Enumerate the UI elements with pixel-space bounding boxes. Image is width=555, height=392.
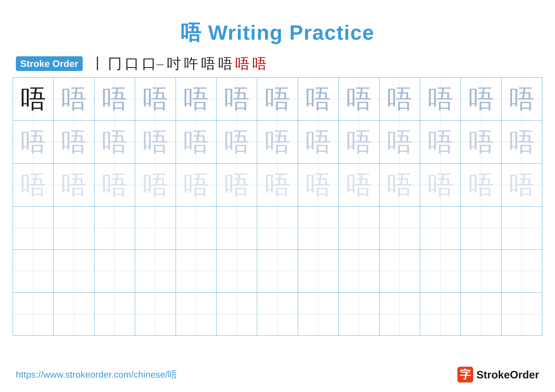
char-light: 唔 xyxy=(102,129,127,155)
grid-cell-6-9[interactable] xyxy=(339,293,380,335)
grid-cell-1-7[interactable]: 唔 xyxy=(257,78,298,120)
char-light: 唔 xyxy=(143,129,168,155)
grid-cell-3-12[interactable]: 唔 xyxy=(461,164,502,206)
char-light: 唔 xyxy=(468,86,494,112)
grid-cell-6-1[interactable] xyxy=(13,293,54,335)
char-light: 唔 xyxy=(428,129,453,155)
grid-cell-4-12[interactable] xyxy=(461,207,502,249)
grid-cell-4-3[interactable] xyxy=(95,207,135,249)
grid-cell-6-5[interactable] xyxy=(176,293,217,335)
grid-cell-1-11[interactable]: 唔 xyxy=(420,78,461,120)
char-light: 唔 xyxy=(183,86,209,112)
grid-cell-5-13[interactable] xyxy=(502,250,542,292)
grid-cell-4-7[interactable] xyxy=(257,207,298,249)
grid-cell-5-5[interactable] xyxy=(176,250,217,292)
stroke-order-badge: Stroke Order xyxy=(16,56,83,71)
grid-cell-6-13[interactable] xyxy=(502,293,542,335)
grid-cell-2-9[interactable]: 唔 xyxy=(339,121,380,163)
grid-cell-6-8[interactable] xyxy=(298,293,339,335)
char-light: 唔 xyxy=(509,129,534,155)
grid-cell-3-4[interactable]: 唔 xyxy=(135,164,176,206)
grid-cell-3-10[interactable]: 唔 xyxy=(380,164,420,206)
grid-cell-5-8[interactable] xyxy=(298,250,339,292)
grid-cell-2-6[interactable]: 唔 xyxy=(217,121,257,163)
grid-cell-6-4[interactable] xyxy=(135,293,176,335)
grid-cell-1-9[interactable]: 唔 xyxy=(339,78,380,120)
grid-cell-5-4[interactable] xyxy=(135,250,176,292)
char-light: 唔 xyxy=(306,86,331,112)
grid-cell-5-12[interactable] xyxy=(461,250,502,292)
grid-cell-2-1[interactable]: 唔 xyxy=(13,121,54,163)
footer: https://www.strokeorder.com/chinese/唔 字 … xyxy=(16,367,539,383)
char-dark: 唔 xyxy=(21,86,46,112)
grid-cell-2-11[interactable]: 唔 xyxy=(420,121,461,163)
grid-cell-2-3[interactable]: 唔 xyxy=(95,121,135,163)
grid-cell-3-11[interactable]: 唔 xyxy=(420,164,461,206)
grid-cell-1-12[interactable]: 唔 xyxy=(461,78,502,120)
grid-cell-3-1[interactable]: 唔 xyxy=(13,164,54,206)
char-light: 唔 xyxy=(346,172,372,198)
grid-cell-2-2[interactable]: 唔 xyxy=(54,121,94,163)
grid-cell-5-1[interactable] xyxy=(13,250,54,292)
grid-cell-6-12[interactable] xyxy=(461,293,502,335)
grid-cell-5-11[interactable] xyxy=(420,250,461,292)
grid-cell-3-8[interactable]: 唔 xyxy=(298,164,339,206)
grid-cell-4-4[interactable] xyxy=(135,207,176,249)
grid-cell-1-10[interactable]: 唔 xyxy=(380,78,420,120)
grid-cell-2-7[interactable]: 唔 xyxy=(257,121,298,163)
stroke-step-1: 丨 xyxy=(91,57,105,71)
grid-cell-3-3[interactable]: 唔 xyxy=(95,164,135,206)
grid-cell-5-6[interactable] xyxy=(217,250,257,292)
char-light: 唔 xyxy=(509,172,534,198)
grid-cell-2-12[interactable]: 唔 xyxy=(461,121,502,163)
grid-cell-1-13[interactable]: 唔 xyxy=(502,78,542,120)
grid-cell-3-13[interactable]: 唔 xyxy=(502,164,542,206)
grid-cell-6-10[interactable] xyxy=(380,293,420,335)
grid-cell-4-8[interactable] xyxy=(298,207,339,249)
grid-cell-5-2[interactable] xyxy=(54,250,94,292)
stroke-step-3: 口 xyxy=(125,57,139,71)
grid-cell-2-13[interactable]: 唔 xyxy=(502,121,542,163)
grid-cell-3-5[interactable]: 唔 xyxy=(176,164,217,206)
grid-row-5 xyxy=(13,250,542,293)
grid-cell-6-7[interactable] xyxy=(257,293,298,335)
grid-cell-4-9[interactable] xyxy=(339,207,380,249)
grid-cell-3-7[interactable]: 唔 xyxy=(257,164,298,206)
char-light: 唔 xyxy=(224,129,249,155)
grid-cell-6-3[interactable] xyxy=(95,293,135,335)
grid-cell-3-9[interactable]: 唔 xyxy=(339,164,380,206)
grid-cell-1-8[interactable]: 唔 xyxy=(298,78,339,120)
grid-cell-5-3[interactable] xyxy=(95,250,135,292)
grid-cell-1-1[interactable]: 唔 xyxy=(13,78,54,120)
grid-cell-1-5[interactable]: 唔 xyxy=(176,78,217,120)
grid-row-4 xyxy=(13,207,542,250)
grid-cell-5-7[interactable] xyxy=(257,250,298,292)
grid-cell-4-5[interactable] xyxy=(176,207,217,249)
grid-cell-6-2[interactable] xyxy=(54,293,94,335)
grid-cell-4-6[interactable] xyxy=(217,207,257,249)
grid-cell-2-5[interactable]: 唔 xyxy=(176,121,217,163)
grid-cell-5-10[interactable] xyxy=(380,250,420,292)
grid-cell-4-13[interactable] xyxy=(502,207,542,249)
grid-cell-4-2[interactable] xyxy=(54,207,94,249)
grid-cell-1-6[interactable]: 唔 xyxy=(217,78,257,120)
char-light: 唔 xyxy=(61,86,87,112)
footer-url[interactable]: https://www.strokeorder.com/chinese/唔 xyxy=(16,368,177,381)
stroke-step-4: 口一 xyxy=(142,57,164,71)
grid-cell-2-4[interactable]: 唔 xyxy=(135,121,176,163)
grid-cell-5-9[interactable] xyxy=(339,250,380,292)
grid-cell-4-10[interactable] xyxy=(380,207,420,249)
char-light: 唔 xyxy=(265,86,290,112)
grid-cell-4-11[interactable] xyxy=(420,207,461,249)
grid-cell-3-6[interactable]: 唔 xyxy=(217,164,257,206)
grid-cell-1-2[interactable]: 唔 xyxy=(54,78,94,120)
grid-cell-1-4[interactable]: 唔 xyxy=(135,78,176,120)
grid-cell-4-1[interactable] xyxy=(13,207,54,249)
grid-cell-1-3[interactable]: 唔 xyxy=(95,78,135,120)
grid-cell-2-10[interactable]: 唔 xyxy=(380,121,420,163)
grid-cell-6-11[interactable] xyxy=(420,293,461,335)
grid-cell-6-6[interactable] xyxy=(217,293,257,335)
grid-cell-3-2[interactable]: 唔 xyxy=(54,164,94,206)
grid-cell-2-8[interactable]: 唔 xyxy=(298,121,339,163)
stroke-step-8: 唔 xyxy=(218,57,232,71)
